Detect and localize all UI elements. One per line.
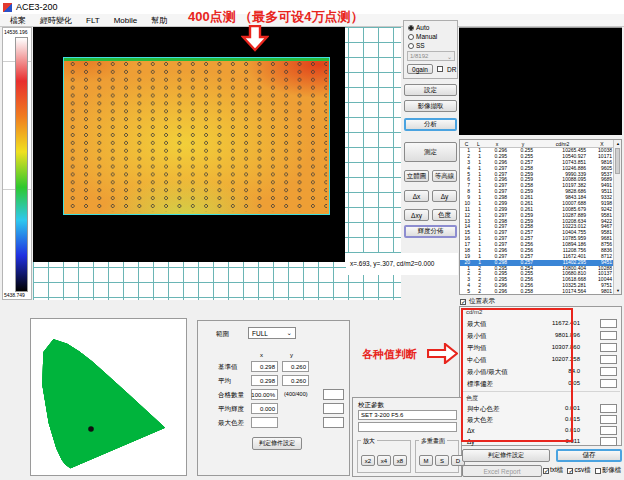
stat-row: 最小值/最大值84.0 xyxy=(460,367,623,378)
zoom-x8-button[interactable]: x8 xyxy=(393,455,407,466)
range-dropdown[interactable]: FULL ⌄ xyxy=(248,327,296,339)
delta-y-button[interactable]: Δy xyxy=(432,190,457,202)
analyze-button[interactable]: 分析 xyxy=(404,118,457,131)
judge-condition-button[interactable]: 判定條件設定 xyxy=(252,437,302,450)
annotation-top-note: 400点测 （最多可设4万点测） xyxy=(188,8,364,26)
file-check-影像檔[interactable]: 影像檔 xyxy=(595,466,622,475)
annotation-side-note: 各种值判断 xyxy=(362,347,417,362)
stat-value: 0.010 xyxy=(520,427,580,433)
delta-xy-button[interactable]: Δxy xyxy=(404,209,429,221)
scroll-up-icon[interactable]: ▲ xyxy=(614,140,622,147)
footer-judge-condition-button[interactable]: 判定條件設定 xyxy=(462,449,550,462)
reference-row: 基準值0.2980.260 xyxy=(198,361,351,373)
stat-value: 0.015 xyxy=(520,416,580,422)
y-value-field[interactable]: 0.260 xyxy=(282,361,309,372)
cie-chromaticity-panel[interactable] xyxy=(30,318,187,476)
table-row[interactable]: 520.2960.25810174.5649801 xyxy=(460,289,615,295)
cell: 0.258 xyxy=(510,289,536,295)
x-value-field[interactable]: 0.298 xyxy=(251,375,278,386)
chroma-button[interactable]: 色度 xyxy=(432,209,457,221)
max-diff-row: 最大色差 xyxy=(198,417,351,429)
menu-item-Mobile[interactable]: Mobile xyxy=(108,15,144,26)
dr-checkbox[interactable] xyxy=(437,66,443,72)
gain-button[interactable]: 0gain xyxy=(407,64,433,74)
annotation-down-arrow-icon xyxy=(241,25,269,52)
header-cell: x xyxy=(484,140,510,148)
zoom-x4-button[interactable]: x4 xyxy=(377,455,391,466)
app-icon xyxy=(3,3,12,12)
capture-button[interactable]: 影像擷取 xyxy=(404,100,457,112)
radio-dot-icon xyxy=(408,34,414,40)
window-title: ACE3-200 xyxy=(16,2,58,12)
checkbox-label: 影像檔 xyxy=(602,466,622,475)
calibration-empty-field[interactable] xyxy=(358,422,457,432)
range-value: FULL xyxy=(252,330,268,337)
delta-x-button[interactable]: Δx xyxy=(404,190,429,202)
stat-row: Δx0.010 xyxy=(460,426,623,437)
checkbox-icon[interactable] xyxy=(543,468,549,474)
stat-label: 最大色差 xyxy=(467,416,493,425)
image-display-area[interactable] xyxy=(33,27,345,262)
multi-s-button[interactable]: S xyxy=(435,455,449,466)
shutter-dropdown[interactable]: 1/8192 ⌄ xyxy=(407,51,455,61)
gain-row: 0gain DR xyxy=(407,64,457,74)
menu-item-檔案[interactable]: 檔案 xyxy=(4,14,32,27)
solid-view-button[interactable]: 立體圖 xyxy=(404,170,429,182)
checkbox-icon[interactable] xyxy=(567,468,573,474)
stat-value: 10307.860 xyxy=(520,344,580,350)
file-format-checkboxes: txt檔csv檔影像檔 xyxy=(543,466,621,475)
avg-lum-label: 平均輝度 xyxy=(218,405,244,414)
position-display-toggle[interactable]: 位置表示 xyxy=(460,297,495,306)
file-check-csv檔[interactable]: csv檔 xyxy=(567,466,590,475)
avg-lum-indicator-box xyxy=(323,403,344,414)
stat-row: 最小值9801.896 xyxy=(460,331,623,342)
table-scrollbar[interactable]: ▲ ▼ xyxy=(613,140,621,294)
radio-label: SS xyxy=(416,42,425,49)
stat-indicator-box xyxy=(600,343,617,352)
measure-button[interactable]: 測定 xyxy=(404,142,457,162)
save-button[interactable]: 儲存 xyxy=(556,449,622,462)
menu-item-FLT[interactable]: FLT xyxy=(80,15,106,26)
x-value-field[interactable]: 0.298 xyxy=(251,361,278,372)
scroll-thumb[interactable] xyxy=(615,148,620,174)
pass-count-row: 合格數量 100.00% (400/400) xyxy=(198,389,351,401)
menu-item-幫助[interactable]: 幫助 xyxy=(145,14,173,27)
radio-label: Auto xyxy=(416,24,429,31)
shutter-value: 1/8192 xyxy=(410,53,428,59)
zoom-label: 放大 xyxy=(361,437,377,446)
radio-dot-icon xyxy=(408,43,414,49)
header-cell: L xyxy=(473,140,484,148)
radio-ss[interactable]: SS xyxy=(408,41,457,50)
menu-item-經時變化[interactable]: 經時變化 xyxy=(34,14,78,27)
radio-manual[interactable]: Manual xyxy=(408,32,457,41)
stat-value: 0.011 xyxy=(520,438,580,444)
multi-screen-label: 多重畫面 xyxy=(419,437,447,446)
stat-value: 0.05 xyxy=(520,380,580,386)
checkbox-icon[interactable] xyxy=(595,468,601,474)
max-diff-field xyxy=(251,417,278,428)
scroll-down-icon[interactable]: ▼ xyxy=(614,287,622,294)
header-cell: cd/m2 xyxy=(536,140,589,148)
position-checkbox[interactable] xyxy=(460,299,466,305)
range-label: 範圍 xyxy=(216,330,229,339)
max-diff-label: 最大色差 xyxy=(218,419,244,428)
cell: 0.296 xyxy=(484,289,510,295)
file-check-txt檔[interactable]: txt檔 xyxy=(543,466,563,475)
calibration-preset-field[interactable]: SET 3-200 F5.6 xyxy=(358,410,457,420)
luminance-distribution-button[interactable]: 輝度分佈 xyxy=(404,225,457,238)
excel-report-button[interactable]: Excel Report xyxy=(462,465,542,477)
multi-m-button[interactable]: M xyxy=(419,455,433,466)
table-body[interactable]: 110.2960.25510265.45510038210.2950.25510… xyxy=(460,148,615,295)
settings-button[interactable]: 設定 xyxy=(404,84,457,96)
zoom-x2-button[interactable]: x2 xyxy=(361,455,375,466)
chevron-down-icon: ⌄ xyxy=(447,53,452,60)
contour-button[interactable]: 等高線 xyxy=(432,170,457,182)
cursor-readout: x=.693, y=.307, cd/m2=0.000 xyxy=(346,253,458,275)
radio-auto[interactable]: Auto xyxy=(408,23,457,32)
luminance-heatmap[interactable] xyxy=(63,57,330,215)
results-table[interactable]: CLxycd/m2X 110.2960.25510265.45510038210… xyxy=(459,139,622,295)
cell: 5 xyxy=(460,289,473,295)
stat-label: 最大值 xyxy=(467,320,487,329)
y-value-field[interactable]: 0.260 xyxy=(282,375,309,386)
app-window: ACE3-200 檔案經時變化FLTMobile幫助 14536.196 543… xyxy=(0,0,624,480)
